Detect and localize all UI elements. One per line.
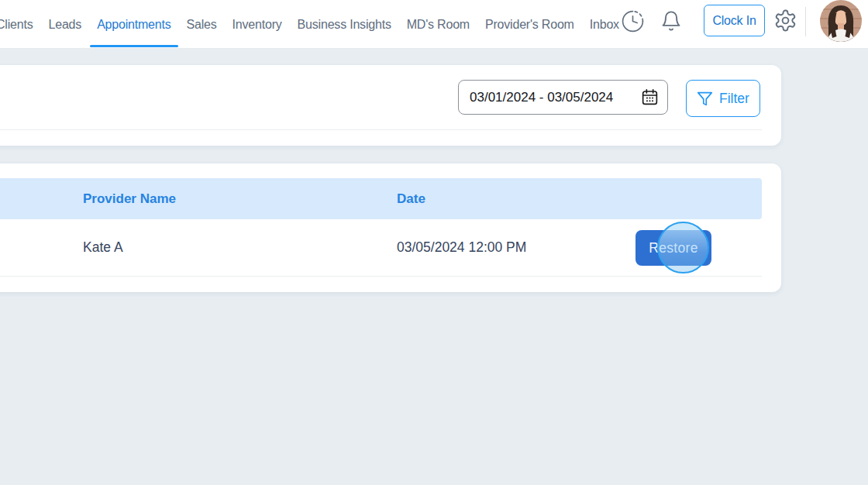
calendar-icon[interactable] [640,88,660,107]
notification-bell-icon[interactable] [660,10,682,32]
nav-item-sales[interactable]: Sales [187,0,217,49]
nav-item-label: Inbox [590,18,619,32]
nav-item-inventory[interactable]: Inventory [232,0,282,49]
filter-funnel-icon [697,91,713,107]
nav-divider [805,7,806,36]
nav-item-label: Clients [0,18,33,32]
filter-button[interactable]: Filter [686,80,760,117]
cell-provider-name: Kate A [83,219,123,276]
nav-item-mds-room[interactable]: MD's Room [407,0,470,49]
nav-item-label: Appointments [97,18,170,32]
nav-item-label: Provider's Room [485,18,574,32]
active-tab-underline [90,45,177,47]
nav-item-clients[interactable]: Clients [0,0,33,49]
time-clock-icon[interactable] [621,9,645,33]
nav-item-label: Inventory [232,18,282,32]
restore-button[interactable]: Restore [636,230,711,266]
main-nav: Clients Leads Appointments Sales Invento… [0,0,619,49]
appointments-table-panel: Provider Name Date Kate A 03/05/2024 12:… [0,163,781,292]
clock-in-button[interactable]: Clock In [704,5,765,36]
date-range-input-box[interactable] [458,80,668,115]
user-avatar[interactable] [820,0,862,42]
table-header-row: Provider Name Date [0,178,762,219]
settings-gear-icon[interactable] [773,9,797,33]
nav-item-label: Sales [187,18,217,32]
nav-item-appointments[interactable]: Appointments [97,0,170,49]
nav-item-label: Business Insights [298,18,391,32]
cell-date: 03/05/2024 12:00 PM [397,219,526,276]
filter-panel: Filter [0,65,781,146]
nav-item-inbox[interactable]: Inbox [590,0,619,49]
column-header-provider-name: Provider Name [83,178,176,219]
table-row: Kate A 03/05/2024 12:00 PM Restore [0,219,762,276]
filter-button-label: Filter [719,91,749,107]
top-navigation-bar: Clients Leads Appointments Sales Invento… [0,0,868,49]
table-row-divider [0,276,762,277]
date-range-input[interactable] [470,90,633,105]
nav-item-label: Leads [49,18,82,32]
nav-item-label: MD's Room [407,18,470,32]
column-header-date: Date [397,178,425,219]
nav-item-providers-room[interactable]: Provider's Room [485,0,574,49]
nav-item-business-insights[interactable]: Business Insights [298,0,391,49]
nav-item-leads[interactable]: Leads [49,0,82,49]
filter-panel-divider [0,129,762,130]
